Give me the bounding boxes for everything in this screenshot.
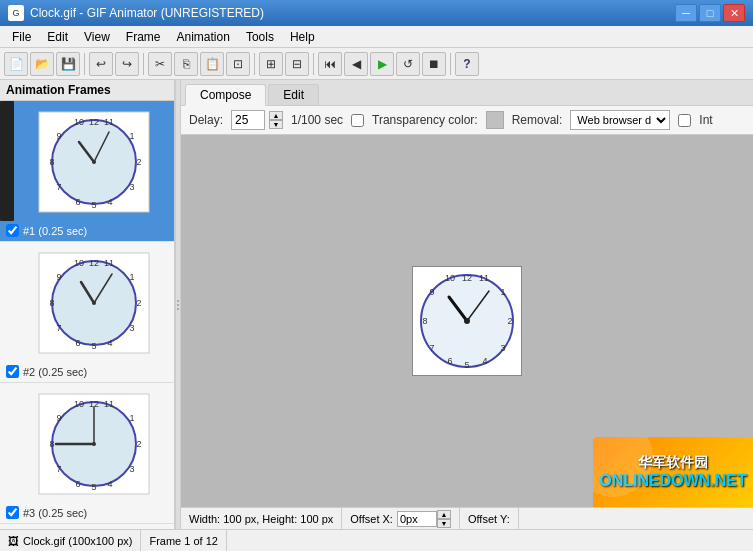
svg-text:4: 4 bbox=[107, 197, 112, 207]
offset-x-input[interactable] bbox=[397, 511, 437, 527]
controls-bar: Delay: ▲ ▼ 1/100 sec Transparency color:… bbox=[181, 106, 753, 135]
tab-edit[interactable]: Edit bbox=[268, 84, 319, 105]
svg-text:7: 7 bbox=[56, 323, 61, 333]
svg-text:5: 5 bbox=[91, 482, 96, 492]
svg-text:5: 5 bbox=[91, 341, 96, 351]
delay-up-button[interactable]: ▲ bbox=[269, 111, 283, 120]
toolbar-sep-5 bbox=[450, 53, 451, 75]
frame-label-2: #2 (0.25 sec) bbox=[0, 364, 174, 382]
app-icon: G bbox=[8, 5, 24, 21]
transparency-color-box[interactable] bbox=[486, 111, 504, 129]
menu-view[interactable]: View bbox=[76, 28, 118, 46]
status-dimensions: Width: 100 px, Height: 100 px bbox=[181, 508, 342, 529]
frame-checkbox-2[interactable] bbox=[6, 365, 19, 378]
toolbar-sep-1 bbox=[84, 53, 85, 75]
frame-info-text: Frame 1 of 12 bbox=[149, 535, 217, 547]
svg-text:10: 10 bbox=[445, 273, 455, 283]
delay-input[interactable] bbox=[231, 110, 265, 130]
frame2-button[interactable]: ⊟ bbox=[285, 52, 309, 76]
svg-text:5: 5 bbox=[91, 200, 96, 210]
svg-text:10: 10 bbox=[74, 117, 84, 127]
frame-item-2[interactable]: 12 1 2 3 4 5 6 7 8 9 10 11 bbox=[0, 242, 174, 383]
window-controls: ─ □ ✕ bbox=[675, 4, 745, 22]
status-bar-right: Width: 100 px, Height: 100 px Offset X: … bbox=[181, 507, 753, 529]
frame-checkbox-1[interactable] bbox=[6, 224, 19, 237]
svg-text:1: 1 bbox=[129, 272, 134, 282]
cut-button[interactable]: ✂ bbox=[148, 52, 172, 76]
svg-point-33 bbox=[92, 301, 96, 305]
svg-text:8: 8 bbox=[422, 316, 427, 326]
svg-text:10: 10 bbox=[74, 258, 84, 268]
transparency-checkbox[interactable] bbox=[351, 114, 364, 127]
menu-help[interactable]: Help bbox=[282, 28, 323, 46]
open-button[interactable]: 📂 bbox=[30, 52, 54, 76]
undo-button[interactable]: ↩ bbox=[89, 52, 113, 76]
svg-text:2: 2 bbox=[507, 316, 512, 326]
dimensions-text: Width: 100 px, Height: 100 px bbox=[189, 513, 333, 525]
minimize-button[interactable]: ─ bbox=[675, 4, 697, 22]
int-label: Int bbox=[699, 113, 712, 127]
titlebar: G Clock.gif - GIF Animator (UNREGISTERED… bbox=[0, 0, 753, 26]
offset-x-spinner[interactable]: ▲ ▼ bbox=[437, 510, 451, 528]
save-button[interactable]: 💾 bbox=[56, 52, 80, 76]
offset-x-down-button[interactable]: ▼ bbox=[437, 519, 451, 528]
svg-text:11: 11 bbox=[479, 273, 489, 283]
help-button[interactable]: ? bbox=[455, 52, 479, 76]
clock-frame1-svg: 12 1 2 3 4 5 6 7 8 9 10 11 bbox=[34, 107, 154, 217]
resize-dot bbox=[177, 308, 179, 310]
frame-label-3: #3 (0.25 sec) bbox=[0, 505, 174, 523]
svg-text:11: 11 bbox=[104, 399, 114, 409]
main-area: Animation Frames 12 1 2 3 4 bbox=[0, 80, 753, 529]
play-button[interactable]: ▶ bbox=[370, 52, 394, 76]
frame-label-1: #1 (0.25 sec) bbox=[0, 223, 174, 241]
menu-tools[interactable]: Tools bbox=[238, 28, 282, 46]
frame-item-1[interactable]: 12 1 2 3 4 5 6 7 8 9 10 11 bbox=[0, 101, 174, 242]
paste2-button[interactable]: ⊡ bbox=[226, 52, 250, 76]
svg-text:1: 1 bbox=[500, 287, 505, 297]
svg-text:5: 5 bbox=[464, 360, 469, 370]
svg-text:2: 2 bbox=[136, 439, 141, 449]
new-button[interactable]: 📄 bbox=[4, 52, 28, 76]
maximize-button[interactable]: □ bbox=[699, 4, 721, 22]
canvas-area: 12 1 2 3 4 5 6 7 8 9 10 11 bbox=[181, 135, 753, 507]
menu-file[interactable]: File bbox=[4, 28, 39, 46]
offset-x-label: Offset X: bbox=[350, 513, 393, 525]
delay-spinner[interactable]: ▲ ▼ bbox=[269, 111, 283, 129]
prev-frame-button[interactable]: ◀ bbox=[344, 52, 368, 76]
status-offset-x: Offset X: ▲ ▼ bbox=[342, 508, 460, 529]
delay-unit-label: 1/100 sec bbox=[291, 113, 343, 127]
svg-text:7: 7 bbox=[56, 464, 61, 474]
frame-preview-3: 12 1 2 3 4 5 6 7 8 9 10 11 bbox=[0, 383, 174, 505]
removal-select[interactable]: Web browser de bbox=[570, 110, 670, 130]
resize-dot bbox=[177, 300, 179, 302]
copy-button[interactable]: ⎘ bbox=[174, 52, 198, 76]
frame-checkbox-3[interactable] bbox=[6, 506, 19, 519]
svg-text:2: 2 bbox=[136, 298, 141, 308]
menu-edit[interactable]: Edit bbox=[39, 28, 76, 46]
stop-button[interactable]: ↺ bbox=[396, 52, 420, 76]
tabs-bar: Compose Edit bbox=[181, 80, 753, 106]
removal-label: Removal: bbox=[512, 113, 563, 127]
tab-compose[interactable]: Compose bbox=[185, 84, 266, 106]
close-button[interactable]: ✕ bbox=[723, 4, 745, 22]
paste-button[interactable]: 📋 bbox=[200, 52, 224, 76]
frames-list[interactable]: 12 1 2 3 4 5 6 7 8 9 10 11 bbox=[0, 101, 174, 529]
svg-text:7: 7 bbox=[56, 182, 61, 192]
frame-item-3[interactable]: 12 1 2 3 4 5 6 7 8 9 10 11 bbox=[0, 383, 174, 524]
watermark: 华军软件园 ONLINEDOWN.NET bbox=[593, 437, 753, 507]
frame-button[interactable]: ⊞ bbox=[259, 52, 283, 76]
redo-button[interactable]: ↪ bbox=[115, 52, 139, 76]
delay-down-button[interactable]: ▼ bbox=[269, 120, 283, 129]
first-frame-button[interactable]: ⏮ bbox=[318, 52, 342, 76]
frame-preview-1: 12 1 2 3 4 5 6 7 8 9 10 11 bbox=[0, 101, 174, 223]
menu-animation[interactable]: Animation bbox=[169, 28, 238, 46]
svg-text:3: 3 bbox=[129, 323, 134, 333]
svg-point-66 bbox=[464, 318, 470, 324]
resize-dot bbox=[177, 304, 179, 306]
svg-text:4: 4 bbox=[107, 479, 112, 489]
clock-frame2-svg: 12 1 2 3 4 5 6 7 8 9 10 11 bbox=[34, 248, 154, 358]
loop-button[interactable]: ⏹ bbox=[422, 52, 446, 76]
int-checkbox[interactable] bbox=[678, 114, 691, 127]
offset-x-up-button[interactable]: ▲ bbox=[437, 510, 451, 519]
menu-frame[interactable]: Frame bbox=[118, 28, 169, 46]
